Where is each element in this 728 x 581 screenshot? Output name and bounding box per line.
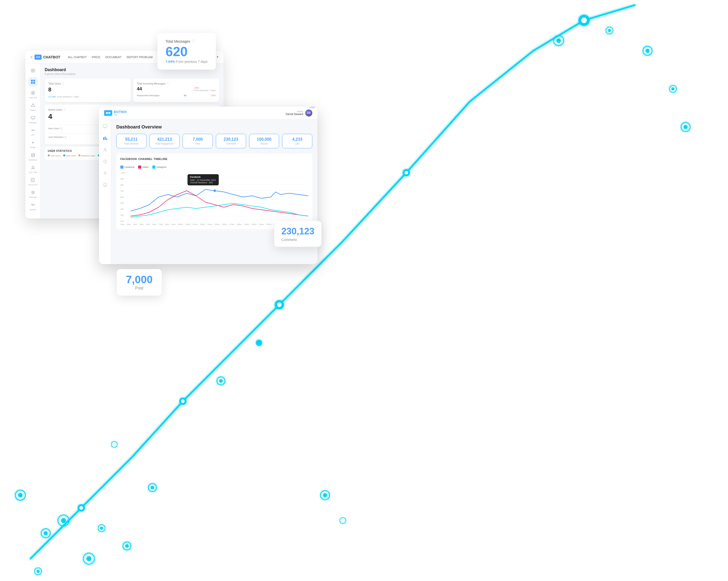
chatbot-sidebar: Train Bot Object Dialogue API bbox=[25, 63, 41, 218]
botnoi-sidebar-monitor[interactable] bbox=[101, 123, 109, 131]
sidebar-icon-entity[interactable]: ✦ bbox=[28, 138, 37, 147]
botnoi-sidebar-chart[interactable] bbox=[101, 134, 109, 142]
sidebar-icon-settings[interactable] bbox=[28, 188, 37, 197]
nav-document[interactable]: DOCUMENT bbox=[105, 56, 122, 59]
svg-point-49 bbox=[36, 56, 38, 58]
responded-row: Responded Messages 44 -20% bbox=[137, 94, 216, 97]
fb-timeline-section: FACEBOOK CHANNEL TIMELINE Days ▾ ✓ Faceb… bbox=[116, 153, 312, 229]
botnoi-sidebar-settings[interactable] bbox=[101, 169, 109, 177]
chatbot-logo-icon bbox=[34, 55, 42, 60]
svg-point-20 bbox=[111, 441, 117, 447]
sidebar-icon-activity[interactable] bbox=[28, 200, 37, 210]
post-label: Post bbox=[126, 286, 153, 290]
svg-point-63 bbox=[31, 154, 34, 155]
botnoi-logo-icon bbox=[104, 110, 112, 116]
svg-point-15 bbox=[100, 527, 103, 530]
sidebar-icon-train-bot[interactable] bbox=[28, 88, 37, 98]
dashboard-overview-title: Dashboard Overview bbox=[116, 125, 312, 130]
svg-point-50 bbox=[38, 56, 40, 58]
botnoi-logo: BOTNOI Tag bbox=[104, 110, 127, 116]
total-incoming-change-label: From previous 7 days bbox=[194, 89, 216, 92]
svg-point-16 bbox=[148, 483, 156, 492]
nav-report[interactable]: REPORT PROBLEM bbox=[127, 56, 153, 59]
post-value: 7,000 bbox=[126, 274, 153, 285]
sidebar-icon-database[interactable] bbox=[28, 151, 37, 160]
legend-instagram: ✓ Instagram bbox=[152, 165, 166, 168]
svg-point-40 bbox=[320, 491, 330, 500]
float-card-comment: 230,123 Comment bbox=[274, 221, 321, 247]
svg-point-82 bbox=[103, 183, 107, 187]
total-messages-change: 7.64% From previous 7 days bbox=[165, 60, 208, 63]
comment-label: Comment bbox=[281, 238, 314, 242]
stat-shared: 100,000 Shared bbox=[249, 134, 279, 148]
stat-comment: 230,123 Comment bbox=[216, 134, 246, 148]
svg-point-10 bbox=[41, 529, 50, 538]
sidebar-label-train-bot: Train Bot bbox=[28, 97, 37, 99]
total-users-change-label: From previous 7 days bbox=[57, 96, 79, 98]
svg-point-38 bbox=[34, 568, 42, 575]
sidebar-label-dialogue: Dialogue bbox=[28, 122, 37, 124]
nav-price[interactable]: PRICE bbox=[92, 56, 101, 59]
chart-tooltip: Facebook Date : 12 November 2021 Overall… bbox=[187, 174, 218, 185]
svg-point-79 bbox=[104, 148, 106, 150]
stat-like: 4,233 Like bbox=[282, 134, 312, 148]
svg-point-94 bbox=[213, 189, 216, 192]
sidebar-label-activity: Activity bbox=[28, 209, 37, 211]
botnoi-sidebar-diamond[interactable] bbox=[101, 157, 109, 165]
stat-post: 7,000 Post bbox=[183, 134, 213, 148]
svg-point-28 bbox=[643, 46, 652, 55]
sidebar-icon-object[interactable] bbox=[28, 101, 37, 110]
svg-point-30 bbox=[669, 85, 676, 93]
svg-point-12 bbox=[58, 515, 69, 526]
botnoi-sidebar-person[interactable] bbox=[101, 146, 109, 154]
sidebar-icon-menu[interactable] bbox=[28, 66, 37, 75]
svg-rect-73 bbox=[103, 125, 107, 128]
svg-point-69 bbox=[32, 192, 34, 193]
svg-point-35 bbox=[125, 544, 129, 548]
sidebar-icon-livechat[interactable] bbox=[28, 163, 37, 172]
botnoi-admin: Admin Darrell Steward DS bbox=[286, 109, 312, 116]
chart-y-axis: 1,000 900 800 700 600 500 400 300 200 bbox=[120, 171, 125, 222]
chatbot-nav: ALL CHATBOT PRICE DOCUMENT REPORT PROBLE… bbox=[68, 56, 153, 59]
svg-point-17 bbox=[151, 486, 154, 489]
total-messages-value: 620 bbox=[165, 45, 208, 58]
svg-point-39 bbox=[36, 570, 40, 573]
chart-container: 1,000 900 800 700 600 500 400 300 200 bbox=[120, 171, 308, 222]
sidebar-icon-document[interactable] bbox=[28, 176, 37, 185]
svg-point-37 bbox=[86, 556, 92, 561]
svg-point-21 bbox=[217, 377, 225, 385]
svg-rect-53 bbox=[31, 72, 35, 72]
svg-point-26 bbox=[606, 27, 613, 34]
menu-icon[interactable]: ≡ bbox=[30, 55, 32, 59]
sidebar-icon-dashboard[interactable] bbox=[28, 77, 37, 86]
total-users-value: 8 bbox=[48, 86, 127, 93]
svg-marker-80 bbox=[103, 160, 107, 163]
svg-rect-51 bbox=[31, 69, 35, 70]
svg-rect-77 bbox=[105, 137, 106, 140]
svg-point-5 bbox=[277, 302, 282, 307]
botnoi-sidebar-smile[interactable] bbox=[101, 181, 109, 189]
svg-point-36 bbox=[83, 553, 95, 564]
svg-point-1 bbox=[79, 506, 83, 510]
total-incoming-value: 44 bbox=[137, 86, 142, 92]
sidebar-icon-api[interactable] bbox=[28, 126, 37, 135]
svg-point-6 bbox=[403, 169, 410, 176]
sidebar-label-database: Database bbox=[28, 159, 37, 161]
svg-point-14 bbox=[98, 525, 105, 532]
stat-total-engagement: 421,213 Total Engagement bbox=[150, 134, 180, 148]
svg-point-34 bbox=[123, 542, 131, 550]
float-card-post: 7,000 Post bbox=[117, 269, 162, 296]
nav-all-chatbot[interactable]: ALL CHATBOT bbox=[68, 56, 87, 59]
sidebar-icon-dialogue[interactable] bbox=[28, 113, 37, 123]
sidebar-label-livechat: Live Chat bbox=[28, 171, 37, 174]
float-card-total-messages: Total Messages ⓘ 620 7.64% From previous… bbox=[157, 33, 216, 70]
svg-marker-60 bbox=[31, 104, 35, 107]
svg-point-84 bbox=[105, 184, 106, 185]
sidebar-label-entity: Entity bbox=[28, 146, 37, 149]
sidebar-label-object: Object bbox=[28, 109, 37, 111]
botnoi-header: BOTNOI Tag Admin Darrell Steward DS bbox=[99, 107, 317, 120]
legend-twitter: ✓ Twitter bbox=[138, 165, 149, 168]
svg-point-7 bbox=[405, 171, 408, 175]
svg-point-2 bbox=[179, 398, 186, 405]
svg-point-3 bbox=[181, 399, 185, 403]
